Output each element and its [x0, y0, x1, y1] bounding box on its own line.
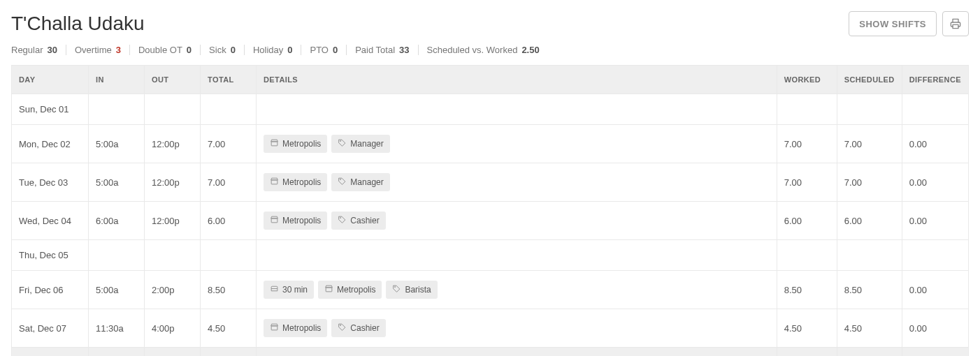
summary-label: Double OT [138, 45, 182, 55]
summary-item: Holiday0 [253, 45, 302, 55]
summary-value: 33 [399, 45, 409, 55]
col-in: IN [89, 66, 145, 94]
tag-chip: Cashier [331, 319, 385, 337]
cell-details: MetropolisCashier [257, 202, 777, 240]
tag-icon [338, 215, 347, 226]
page-title: T'Challa Udaku [11, 13, 145, 35]
chip-group: MetropolisCashier [264, 319, 770, 337]
total-worked: 33.00 [777, 348, 837, 357]
cell-total [201, 240, 257, 271]
store-chip: Metropolis [264, 135, 327, 153]
table-row: Thu, Dec 05 [12, 240, 969, 271]
cell-day: Fri, Dec 06 [12, 271, 89, 309]
cell-worked: 4.50 [777, 309, 837, 348]
cell-day: Mon, Dec 02 [12, 125, 89, 163]
total-label: TOTAL [12, 348, 89, 357]
cell-total: 8.50 [201, 271, 257, 309]
tag-icon [338, 138, 347, 149]
store-icon [270, 322, 279, 334]
cell-in [89, 94, 145, 125]
cell-scheduled: 6.00 [837, 202, 902, 240]
show-shifts-button[interactable]: SHOW SHIFTS [849, 11, 937, 36]
svg-rect-7 [326, 288, 332, 292]
cell-scheduled [837, 94, 902, 125]
summary-label: Overtime [75, 45, 112, 55]
col-scheduled: SCHEDULED [837, 66, 902, 94]
col-day: DAY [12, 66, 89, 94]
svg-point-6 [340, 218, 341, 218]
cell-worked: 6.00 [777, 202, 837, 240]
cell-in: 5:00a [89, 163, 145, 202]
chip-label: Cashier [350, 323, 379, 333]
store-chip: Metropolis [264, 319, 327, 337]
cell-scheduled: 4.50 [837, 309, 902, 348]
store-chip: Metropolis [264, 173, 327, 191]
chip-label: Metropolis [282, 323, 321, 333]
total-blank [89, 348, 145, 357]
header-actions: SHOW SHIFTS [849, 11, 969, 36]
break-icon [270, 284, 279, 295]
cell-day: Wed, Dec 04 [12, 202, 89, 240]
chip-group: MetropolisManager [264, 135, 770, 153]
cell-details: MetropolisManager [257, 163, 777, 202]
svg-point-10 [340, 325, 341, 326]
col-out: OUT [145, 66, 201, 94]
cell-details: 30 minMetropolisBarista [257, 271, 777, 309]
cell-difference [902, 94, 968, 125]
header: T'Challa Udaku SHOW SHIFTS [11, 11, 969, 36]
chip-label: Metropolis [337, 285, 375, 295]
summary-label: Scheduled vs. Worked [427, 45, 518, 55]
cell-day: Thu, Dec 05 [12, 240, 89, 271]
cell-total [201, 94, 257, 125]
summary-label: Regular [11, 45, 43, 55]
total-scheduled: 30.50 [837, 348, 902, 357]
cell-day: Sat, Dec 07 [12, 309, 89, 348]
cell-difference: 0.00 [902, 271, 968, 309]
timesheet-table: DAY IN OUT TOTAL DETAILS WORKED SCHEDULE… [11, 65, 969, 356]
table-header-row: DAY IN OUT TOTAL DETAILS WORKED SCHEDULE… [12, 66, 969, 94]
cell-day: Sun, Dec 01 [12, 94, 89, 125]
summary-label: Paid Total [355, 45, 395, 55]
svg-rect-5 [271, 218, 278, 223]
print-button[interactable] [942, 11, 969, 36]
cell-details: MetropolisCashier [257, 309, 777, 348]
cell-in: 6:00a [89, 202, 145, 240]
store-chip: Metropolis [318, 281, 382, 299]
cell-in: 5:00a [89, 125, 145, 163]
chip-label: Metropolis [282, 177, 321, 187]
chip-label: 30 min [282, 285, 308, 295]
table-row: Wed, Dec 046:00a12:00p6.00MetropolisCash… [12, 202, 969, 240]
table-total-row: TOTAL33.0033.0030.502.50 [12, 348, 969, 357]
summary-value: 0 [231, 45, 236, 55]
chip-label: Cashier [350, 216, 379, 225]
total-blank [145, 348, 201, 357]
cell-worked: 7.00 [777, 125, 837, 163]
cell-scheduled [837, 240, 902, 271]
tag-chip: Cashier [331, 212, 385, 230]
total-total: 33.00 [201, 348, 257, 357]
chip-label: Manager [350, 177, 383, 187]
tag-chip: Barista [386, 281, 437, 299]
summary-value: 0 [287, 45, 292, 55]
summary-item: Double OT0 [138, 45, 201, 55]
summary-item: PTO0 [310, 45, 347, 55]
chip-label: Metropolis [282, 216, 321, 225]
store-chip: Metropolis [264, 212, 327, 230]
tag-icon [338, 322, 347, 334]
svg-rect-9 [271, 326, 278, 330]
cell-total: 6.00 [201, 202, 257, 240]
cell-out: 12:00p [145, 163, 201, 202]
summary-item: Sick0 [209, 45, 245, 55]
summary-label: Holiday [253, 45, 283, 55]
cell-difference: 0.00 [902, 309, 968, 348]
cell-difference: 0.00 [902, 202, 968, 240]
print-icon [950, 18, 961, 29]
cell-in: 11:30a [89, 309, 145, 348]
cell-in: 5:00a [89, 271, 145, 309]
cell-in [89, 240, 145, 271]
cell-details [257, 94, 777, 125]
break-chip: 30 min [264, 281, 314, 299]
svg-rect-3 [271, 180, 278, 184]
cell-details: MetropolisManager [257, 125, 777, 163]
cell-worked [777, 94, 837, 125]
